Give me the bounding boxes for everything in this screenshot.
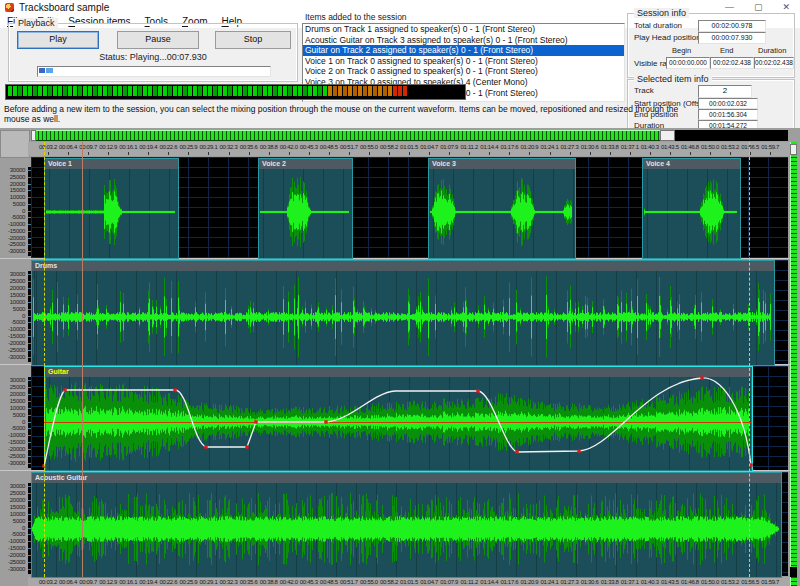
meter-segment [38,86,42,96]
meter-segment [268,86,272,96]
axis-label: 15000 [10,398,25,404]
axis-label: -15000 [8,439,25,445]
playback-group: Playback Play Pause Stop Status: Playing… [8,23,298,82]
vertical-scrollbar[interactable] [790,142,797,586]
meter-segment [133,86,137,96]
tick-mark [529,152,530,155]
meter-segment [363,86,367,96]
axis-label: -30000 [8,354,25,360]
axis-label: -25000 [8,453,25,459]
stop-button[interactable]: Stop [215,31,291,49]
tick-mark [409,152,410,155]
tick-mark [68,152,69,155]
axis-label: 5000 [13,412,25,418]
meter-segment [403,86,407,96]
timeline-ruler[interactable]: 00:03.200:06.400:09.700:12.900:16.100:19… [28,142,790,156]
meter-segment [288,86,292,96]
selection-end-marker[interactable] [749,142,750,577]
list-item[interactable]: Voice 2 on Track 0 assigned to speaker(s… [303,66,624,77]
axis-label: -10000 [8,221,25,227]
meter-segment [193,86,197,96]
meter-segment [43,86,47,96]
tick-mark [550,152,551,155]
meter-segment [88,86,92,96]
meter-segment [203,86,207,96]
minimize-button[interactable]: — [725,3,734,12]
end-column-header: End [720,46,733,55]
meter-segment [168,86,172,96]
close-button[interactable]: ✕ [782,3,790,12]
track-field[interactable]: 2 [698,85,752,98]
amplitude-axis: 300002500020000150001000050000-5000-1000… [0,377,31,468]
axis-label: 5000 [13,518,25,524]
tick-mark [469,152,470,155]
axis-label: -20000 [8,340,25,346]
window-title: Tracksboard sample [19,2,109,13]
meter-segment [63,86,67,96]
meter-segment [33,86,37,96]
list-item[interactable]: Acoustic Guitar on Track 3 assigned to s… [303,35,624,46]
meter-segment [123,86,127,96]
meter-segment [53,86,57,96]
meter-segment [258,86,262,96]
axis-label: -30000 [8,566,25,572]
progress-chunk [39,68,45,73]
meter-segment [198,86,202,96]
hscroll-handle[interactable] [660,130,675,141]
total-duration-value: 00:02:00.978 [698,20,766,32]
timeline-ruler[interactable]: 00:03.200:06.400:09.700:12.900:16.100:19… [28,577,790,586]
vscroll-handle[interactable] [790,144,797,155]
visible-begin-value: 00:00:00.000 [666,57,710,69]
meter-segment [118,86,122,96]
meter-segment [83,86,87,96]
tick-mark [309,152,310,155]
axis-label: 25000 [10,384,25,390]
axis-label: 30000 [10,483,25,489]
tick-mark [108,152,109,155]
tick-mark [389,152,390,155]
track-label: Track [634,86,654,95]
amplitude-axis: 300002500020000150001000050000-5000-1000… [0,167,31,256]
meter-segment [303,86,307,96]
list-item[interactable]: Drums on Track 1 assigned to speaker(s) … [303,24,624,35]
play-button[interactable]: Play [17,31,99,49]
horizontal-scrollbar[interactable] [31,130,788,141]
waveform-drums[interactable] [31,260,788,364]
tick-mark [369,152,370,155]
meter-segment [183,86,187,96]
axis-label: -20000 [8,446,25,452]
list-item[interactable]: Guitar on Track 2 assigned to speaker(s)… [303,45,624,56]
pause-button[interactable]: Pause [117,31,199,49]
axis-label: -5000 [11,531,25,537]
playback-progress-bar[interactable] [37,66,271,77]
meter-segment [28,86,32,96]
selection-start-marker[interactable] [44,142,45,577]
playback-group-label: Playback [15,18,58,28]
tick-mark [509,152,510,155]
tick-mark [349,152,350,155]
meter-segment [318,86,322,96]
level-meter [5,84,466,100]
axis-label: -20000 [8,552,25,558]
axis-label: -30000 [8,248,25,254]
list-item[interactable]: Voice 1 on Track 0 assigned to speaker(s… [303,56,624,67]
axis-label: -10000 [8,432,25,438]
meter-segment [233,86,237,96]
waveform-acoustic[interactable] [31,472,788,576]
meter-segment [333,86,337,96]
end-position-value: 00:01:56.304 [698,109,758,120]
hscroll-handle[interactable] [31,130,36,141]
axis-label: 10000 [10,299,25,305]
meter-segment [128,86,132,96]
meter-segment [208,86,212,96]
tick-mark [208,152,209,155]
maximize-button[interactable]: ▢ [754,3,763,12]
meter-segment [173,86,177,96]
waveform-voices[interactable] [31,157,788,258]
axis-label: 5000 [13,306,25,312]
tick-mark [650,152,651,155]
selected-item-label: Selected item info [634,74,712,84]
waveform-guitar[interactable] [31,366,788,470]
progress-chunk [46,68,53,73]
meter-segment [163,86,167,96]
